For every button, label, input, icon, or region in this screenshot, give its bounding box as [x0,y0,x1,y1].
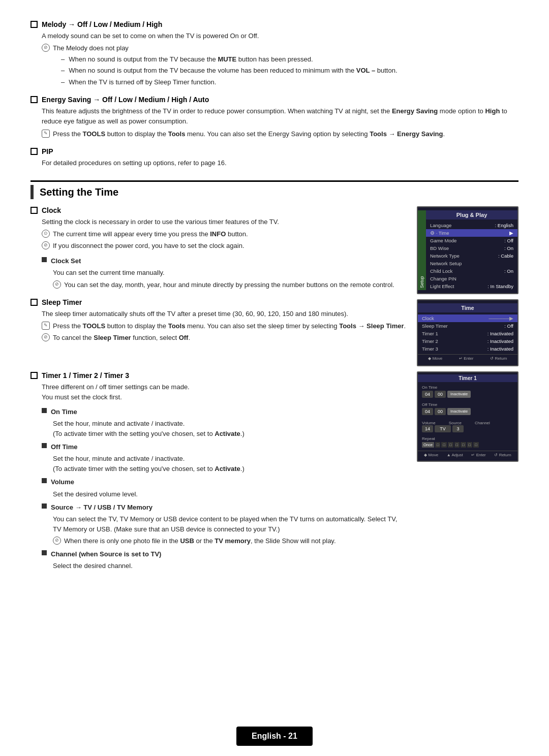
channel-desc: Select the desired channel. [53,561,407,571]
timer1-offtime-label: Off Time [422,402,513,407]
tv-menu-row-childlock: Child Lock: On [426,267,517,275]
clock-note2: ⊘ If you disconnect the power cord, you … [42,241,407,251]
timer1-vsc-controls: 14 TV 3 [422,425,513,432]
clock-notes: ⊙ The current time will appear every tim… [42,229,407,250]
energy-title: Energy Saving → Off / Low / Medium / Hig… [42,96,209,104]
tv-menu-setup: Setup Plug & Play Language: English ⚙ · … [417,206,518,294]
timer1-ontime-label: On Time [422,385,513,390]
offtime-body: Set the hour, minute and activate / inac… [53,454,407,474]
timer1-repeat-days: Once □ □ □ □ □ □ □ [422,442,513,448]
offtime-desc: Set the hour, minute and activate / inac… [53,454,407,464]
tv-menu-row-networktype: Network Type: Cable [426,252,517,260]
melody-dash-2: – When no sound is output from the TV be… [56,66,518,76]
ontime-note: (To activate timer with the setting you'… [53,429,407,439]
melody-dash-list: – When no sound is output from the TV be… [56,54,518,87]
tv-screenshots-column: Setup Plug & Play Language: English ⚙ · … [417,206,518,371]
clockset-body: You can set the current time manually. ⊘… [53,268,407,290]
energy-block: Energy Saving → Off / Low / Medium / Hig… [30,96,518,139]
volume-desc: Set the desired volume level. [53,489,407,499]
pip-block: PIP For detailed procedures on setting u… [30,147,518,168]
timer1-thu: □ [461,442,466,448]
sleep-note2: ⊘ To cancel the Sleep Timer function, se… [42,333,407,343]
tv-menu-row-bdwise: BD Wise: On [426,244,517,252]
timer1-ontime-section: On Time 04 00 Inactivate [418,384,517,401]
timer1-offtime-section: Off Time 04 00 Inactivate [418,401,517,418]
square-bullet-ontime [42,408,47,413]
timer1-vsc-section: Volume Source Channel 14 TV 3 [418,418,517,435]
energy-body: This feature adjusts the brightness of t… [42,106,518,139]
melody-dash-3: – When the TV is turned off by Sleep Tim… [56,77,518,87]
timer1-off-act: Inactivate [447,408,471,415]
tv-menu-row-timer3: Timer 3: Inactivated [418,345,517,353]
circle-icon: ⊘ [42,44,50,52]
melody-checkbox-icon [30,21,38,28]
timer123-text-content: Timer 1 / Timer 2 / Timer 3 Three differ… [30,371,407,579]
timer1-wed: □ [454,442,460,448]
dash-icon: – [61,66,65,76]
page-footer: English - 21 [0,718,549,756]
sleep-timer-title: Sleep Timer [42,298,82,306]
offtime-subheading: Off Time [42,442,407,452]
circle-icon-clock2: ⊘ [42,241,50,249]
sleep-note1: ✎ Press the TOOLS button to display the … [42,321,407,331]
clockset-subheading: Clock Set [42,256,407,266]
sleep-checkbox-icon [30,299,38,306]
timer1-menu: Timer 1 On Time 04 00 Inactivate Off Tim… [417,371,518,462]
dash-icon: – [61,77,65,87]
square-bullet-source [42,503,47,509]
clock-text-content: Clock Setting the clock is necessary in … [30,206,407,351]
pencil-icon: ✎ [42,130,50,138]
volume-subheading: Volume [42,477,407,487]
channel-title: Channel (when Source is set to TV) [51,549,161,559]
channel-body: Select the desired channel. [53,561,407,571]
clock-block: Clock Setting the clock is necessary in … [30,206,407,290]
ontime-subheading: On Time [42,407,407,417]
tv-menu-row-sleeptimer: Sleep Timer: Off [418,322,517,330]
energy-desc: This feature adjusts the brightness of t… [42,106,518,127]
melody-block: Melody → Off / Low / Medium / High A mel… [30,20,518,87]
energy-checkbox-icon [30,96,38,103]
volume-body: Set the desired volume level. [53,489,407,499]
clock-desc: Setting the clock is necessary in order … [42,217,407,227]
timer1-on-min: 00 [435,391,446,398]
timer1-screenshot-column: Timer 1 On Time 04 00 Inactivate Off Tim… [417,371,518,462]
square-bullet-channel [42,550,47,555]
clock-heading: Clock [30,206,407,214]
timer1-on-hour: 04 [422,391,433,398]
energy-heading: Energy Saving → Off / Low / Medium / Hig… [30,96,518,104]
timer1-tue: □ [448,442,453,448]
timer1-fri: □ [467,442,473,448]
section-time-title: Setting the Time [40,186,118,198]
source-note1: ⊘ When there is only one photo file in t… [53,536,407,546]
timer1-title: Timer 1 [418,374,517,382]
sleep-timer-desc: The sleep timer automatically shuts off … [42,309,407,319]
timer1-src-val: TV [435,425,451,432]
ontime-body: Set the hour, minute and activate / inac… [53,419,407,439]
tv-menu-row-language: Language: English [426,222,517,229]
square-bullet-offtime [42,443,47,448]
tv-menu-title-plugplay: Plug & Play [426,210,517,219]
offtime-title: Off Time [51,442,78,452]
source-notes: ⊘ When there is only one photo file in t… [53,536,407,546]
tv-menu-title-time: Time [418,303,517,312]
timer1-repeat-section: Repeat Once □ □ □ □ □ □ □ [418,435,517,449]
clockset-notes: ⊘ You can set the day, month, year, hour… [53,280,407,290]
timer1-off-min: 00 [435,408,446,415]
timer123-body: Three different on / off timer settings … [42,382,407,571]
clock-main-content: Clock Setting the clock is necessary in … [30,206,518,371]
sleep-timer-body: The sleep timer automatically shuts off … [42,309,407,343]
tv-menu-row-changepin: Change PIN [426,275,517,282]
dash-icon: – [61,54,65,65]
ontime-title: On Time [51,407,77,417]
clock-body: Setting the clock is necessary in order … [42,217,407,290]
square-bullet-volume [42,478,47,483]
timer1-offtime-controls: 04 00 Inactivate [422,408,513,415]
timer123-main-content: Timer 1 / Timer 2 / Timer 3 Three differ… [30,371,518,579]
timer1-vol-val: 14 [422,425,433,432]
timer1-on-act: Inactivate [447,391,471,398]
pip-heading: PIP [30,147,518,155]
clockset-desc: You can set the current time manually. [53,268,407,278]
tv-menu-time: Time Clock──────▶ Sleep Timer: Off Timer… [417,299,518,366]
melody-body: A melody sound can be set to come on whe… [42,31,518,87]
timer1-sun: □ [435,442,441,448]
